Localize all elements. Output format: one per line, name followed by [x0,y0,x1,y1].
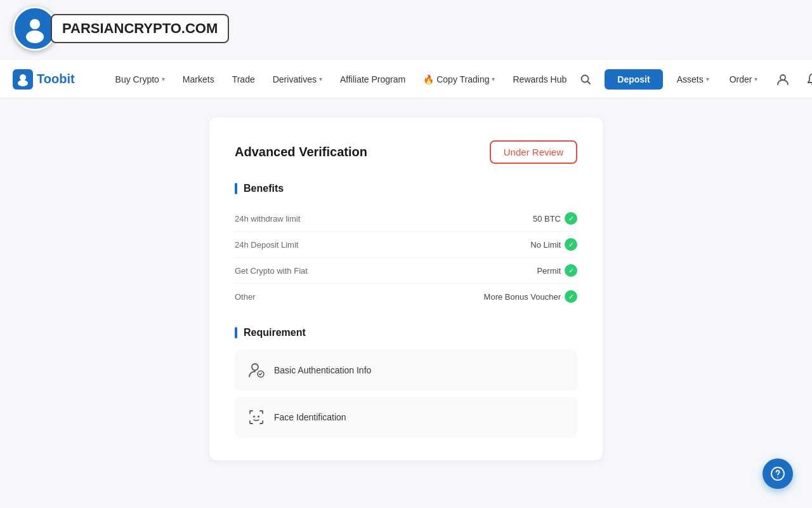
svg-point-11 [252,364,258,370]
watermark: PARSIANCRYPTO.COM [13,6,229,51]
nav-item-affiliate[interactable]: Affiliate Program [332,69,413,90]
nav-item-derivatives[interactable]: Derivatives ▾ [265,69,330,90]
svg-point-14 [258,416,259,418]
other-check-icon: ✓ [565,290,577,303]
basic-auth-label: Basic Authentication Info [274,365,371,375]
deposit-limit-value: No Limit ✓ [530,238,577,251]
deposit-check-icon: ✓ [565,238,577,251]
profile-button[interactable] [771,68,794,91]
nav-item-buy-crypto[interactable]: Buy Crypto ▾ [108,69,173,90]
markets-label: Markets [183,74,214,84]
svg-point-16 [777,477,778,478]
benefits-section: Benefits 24h withdraw limit 50 BTC ✓ 24h… [235,183,577,309]
benefit-row-other: Other More Bonus Voucher ✓ [235,284,577,309]
assets-chevron-icon: ▾ [706,76,709,83]
nav-item-copy-trading[interactable]: 🔥 Copy Trading ▾ [416,69,502,90]
section-bar [235,183,237,194]
requirement-list: Basic Authentication Info [235,350,577,438]
copy-trading-chevron-icon: ▾ [492,76,495,83]
withdraw-check-icon: ✓ [565,212,577,225]
rewards-label: Rewards Hub [513,74,566,84]
benefit-row-fiat: Get Crypto with Fiat Permit ✓ [235,258,577,284]
benefits-title: Benefits [235,183,577,194]
watermark-text: PARSIANCRYPTO.COM [51,14,229,43]
buy-crypto-label: Buy Crypto [115,74,159,84]
deposit-limit-label: 24h Deposit Limit [235,240,298,250]
verification-card: Advanced Verification Under Review Benef… [209,117,603,460]
requirement-section: Requirement Basic Authentication Info [235,327,577,438]
svg-point-7 [780,75,785,80]
benefit-row-withdraw: 24h withdraw limit 50 BTC ✓ [235,206,577,232]
fiat-label: Get Crypto with Fiat [235,266,308,276]
withdraw-value: 50 BTC ✓ [533,212,577,225]
fiat-value: Permit ✓ [537,264,577,277]
svg-line-6 [588,81,591,84]
benefit-row-deposit: 24h Deposit Limit No Limit ✓ [235,232,577,258]
face-id-label: Face Identification [274,412,346,422]
support-button[interactable] [763,458,793,489]
trade-label: Trade [232,74,255,84]
buy-crypto-chevron-icon: ▾ [162,76,165,83]
notifications-button[interactable]: 62 [802,68,812,91]
card-title: Advanced Verification [235,145,367,159]
toobit-logo-icon [13,69,33,90]
nav-logo-text: Toobit [37,72,75,86]
req-section-bar [235,327,237,338]
assets-label: Assets [677,74,704,84]
req-item-face-id[interactable]: Face Identification [235,397,577,438]
nav-logo[interactable]: Toobit [13,69,75,90]
navbar: Toobit Buy Crypto ▾ Markets Trade Deriva… [0,60,812,98]
svg-point-4 [18,80,28,86]
copy-trading-label: Copy Trading [436,74,489,84]
withdraw-label: 24h withdraw limit [235,214,300,224]
face-scan-icon [246,407,266,427]
nav-items: Buy Crypto ▾ Markets Trade Derivatives ▾… [108,69,575,90]
person-check-icon [246,360,266,380]
order-chevron-icon: ▾ [754,76,757,83]
nav-item-rewards[interactable]: Rewards Hub [505,69,574,90]
other-value: More Bonus Voucher ✓ [484,290,577,303]
nav-item-markets[interactable]: Markets [175,69,222,90]
assets-button[interactable]: Assets ▾ [671,70,716,88]
fiat-check-icon: ✓ [565,264,577,277]
fire-icon: 🔥 [423,74,434,84]
main-content: Advanced Verification Under Review Benef… [0,98,812,479]
search-button[interactable] [574,68,597,91]
order-button[interactable]: Order ▾ [723,70,764,88]
svg-point-5 [582,75,589,82]
svg-point-2 [26,30,44,43]
status-badge: Under Review [490,140,577,164]
deposit-button[interactable]: Deposit [605,69,662,90]
svg-point-3 [20,74,26,81]
svg-point-1 [30,19,40,29]
derivatives-chevron-icon: ▾ [319,76,322,83]
order-label: Order [730,74,752,84]
other-label: Other [235,292,256,302]
requirement-title: Requirement [235,327,577,338]
card-header: Advanced Verification Under Review [235,140,577,164]
req-item-basic-auth[interactable]: Basic Authentication Info [235,350,577,391]
nav-right: Deposit Assets ▾ Order ▾ 62 [574,68,812,91]
affiliate-label: Affiliate Program [340,74,405,84]
nav-item-trade[interactable]: Trade [225,69,263,90]
svg-point-13 [253,416,255,418]
derivatives-label: Derivatives [273,74,317,84]
